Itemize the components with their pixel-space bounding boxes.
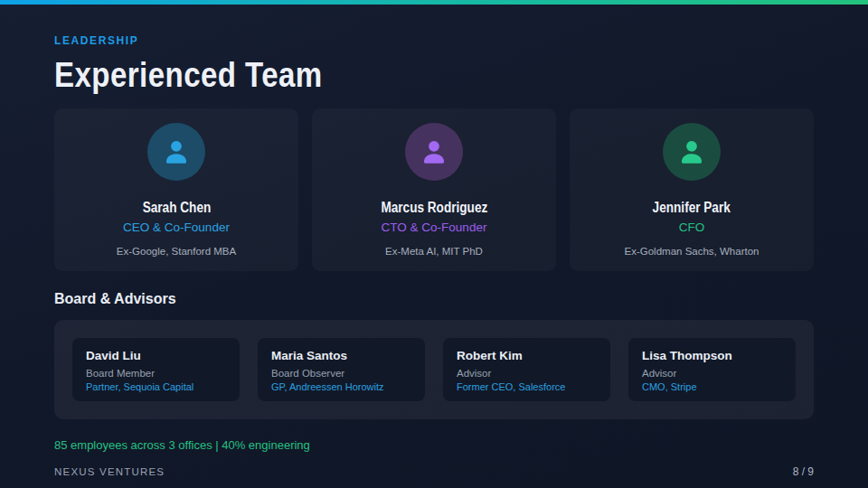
- member-name: Jennifer Park: [653, 200, 731, 216]
- board-member-detail: CMO, Stripe: [642, 381, 782, 392]
- slide-content: LEADERSHIP Experienced Team Sarah Chen C…: [0, 5, 868, 478]
- board-card: Maria Santos Board Observer GP, Andreess…: [258, 338, 425, 401]
- board-member-role: Board Member: [86, 368, 226, 379]
- person-icon: [675, 135, 709, 169]
- board-card: Robert Kim Advisor Former CEO, Salesforc…: [443, 338, 610, 401]
- board-member-name: Lisa Thompson: [642, 349, 782, 362]
- member-role: CFO: [679, 221, 705, 234]
- board-panel: David Liu Board Member Partner, Sequoia …: [54, 320, 814, 419]
- slide-footer: NEXUS VENTURES 8 / 9: [54, 465, 814, 478]
- member-name: Marcus Rodriguez: [381, 200, 487, 216]
- member-bio: Ex-Google, Stanford MBA: [117, 246, 236, 257]
- team-card: Marcus Rodriguez CTO & Co-Founder Ex-Met…: [312, 108, 556, 271]
- member-name: Sarah Chen: [142, 200, 211, 216]
- section-eyebrow: LEADERSHIP: [54, 5, 814, 47]
- team-card: Jennifer Park CFO Ex-Goldman Sachs, Whar…: [570, 108, 814, 271]
- page-number: 8 / 9: [793, 465, 814, 478]
- board-member-name: David Liu: [86, 349, 226, 362]
- board-section-heading: Board & Advisors: [54, 291, 814, 307]
- board-member-role: Board Observer: [271, 368, 411, 379]
- member-bio: Ex-Meta AI, MIT PhD: [385, 246, 483, 257]
- person-icon: [417, 135, 451, 169]
- member-role: CEO & Co-Founder: [123, 221, 230, 234]
- board-member-role: Advisor: [457, 368, 597, 379]
- company-stats-line: 85 employees across 3 offices | 40% engi…: [54, 438, 814, 452]
- board-card: David Liu Board Member Partner, Sequoia …: [72, 338, 240, 401]
- avatar: [147, 123, 205, 181]
- board-member-detail: Former CEO, Salesforce: [457, 381, 597, 392]
- member-role: CTO & Co-Founder: [382, 221, 487, 234]
- team-grid: Sarah Chen CEO & Co-Founder Ex-Google, S…: [54, 108, 814, 271]
- board-member-name: Robert Kim: [457, 349, 597, 362]
- board-card: Lisa Thompson Advisor CMO, Stripe: [628, 338, 796, 401]
- team-card: Sarah Chen CEO & Co-Founder Ex-Google, S…: [54, 108, 298, 271]
- board-member-detail: Partner, Sequoia Capital: [86, 381, 226, 392]
- member-bio: Ex-Goldman Sachs, Wharton: [625, 246, 760, 257]
- board-member-name: Maria Santos: [271, 349, 411, 362]
- page-title: Experienced Team: [54, 58, 323, 94]
- slide: LEADERSHIP Experienced Team Sarah Chen C…: [0, 0, 868, 488]
- avatar: [405, 123, 463, 181]
- board-member-role: Advisor: [642, 368, 782, 379]
- board-member-detail: GP, Andreessen Horowitz: [271, 381, 411, 392]
- person-icon: [159, 135, 193, 169]
- footer-brand: NEXUS VENTURES: [54, 466, 165, 477]
- avatar: [663, 123, 721, 181]
